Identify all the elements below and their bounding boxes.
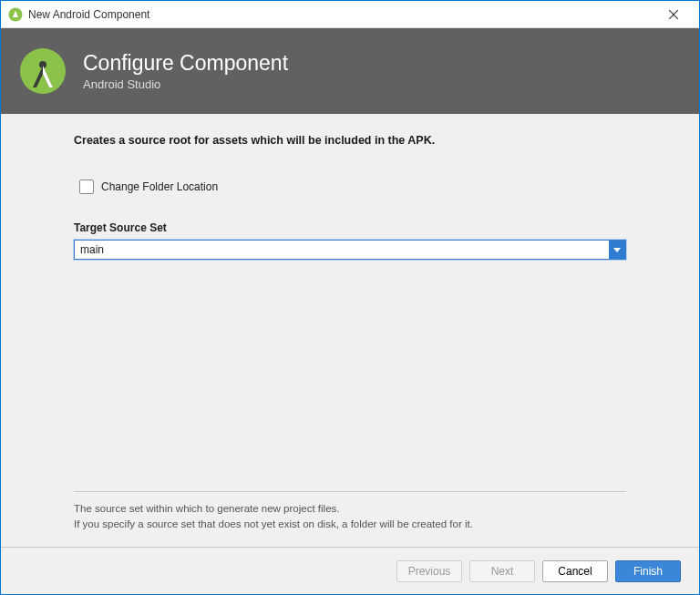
help-line-2: If you specify a source set that does no… [74, 517, 626, 532]
page-title: Configure Component [83, 51, 288, 77]
content-area: Creates a source root for assets which w… [1, 114, 699, 528]
finish-button[interactable]: Finish [615, 560, 681, 582]
close-icon[interactable] [655, 2, 692, 27]
target-source-set-combobox[interactable]: main [74, 240, 626, 260]
change-folder-location-row[interactable]: Change Folder Location [79, 180, 626, 194]
titlebar: New Android Component [1, 1, 699, 28]
android-studio-logo-icon [19, 47, 67, 95]
chevron-down-icon[interactable] [609, 241, 625, 259]
description-text: Creates a source root for assets which w… [74, 134, 626, 147]
footer-button-bar: Previous Next Cancel Finish [1, 547, 699, 594]
help-line-1: The source set within which to generate … [74, 501, 626, 517]
android-studio-icon [8, 7, 23, 22]
divider [74, 491, 626, 492]
page-subtitle: Android Studio [83, 77, 288, 91]
next-button: Next [469, 560, 535, 582]
help-text-area: The source set within which to generate … [74, 491, 626, 533]
change-folder-location-label: Change Folder Location [101, 180, 218, 193]
target-source-set-label: Target Source Set [74, 221, 626, 234]
target-source-set-value: main [75, 243, 609, 256]
change-folder-location-checkbox[interactable] [79, 180, 94, 194]
header-banner: Configure Component Android Studio [1, 28, 699, 114]
window-title: New Android Component [28, 8, 655, 21]
previous-button: Previous [396, 560, 462, 582]
cancel-button[interactable]: Cancel [542, 560, 608, 582]
